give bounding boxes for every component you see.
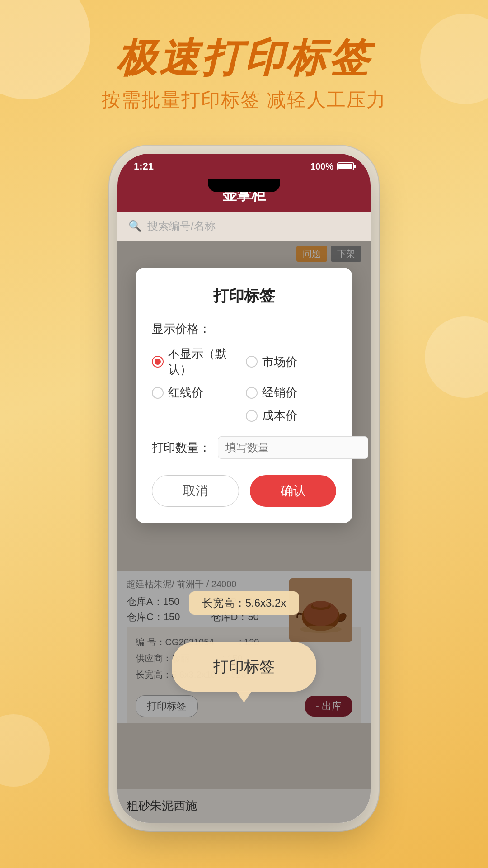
radio-label-no-show: 不显示（默认）: [168, 346, 242, 377]
radio-item-redline[interactable]: 红线价: [152, 385, 242, 401]
tooltip-bubble[interactable]: 打印标签: [172, 642, 316, 692]
radio-circle-redline: [152, 387, 164, 399]
radio-label-market: 市场价: [262, 354, 297, 370]
radio-label-dealer: 经销价: [262, 385, 297, 401]
tooltip-size-label: 长宽高：5.6x3.2x: [189, 591, 299, 615]
print-label-dialog: 打印标签 显示价格： 不显示（默认） 市场价: [136, 268, 352, 523]
phone-content: 1:21 100% 壶掌柜 🔍 搜索编号/名称 问题 下架: [117, 154, 371, 823]
radio-circle-no-show: [152, 356, 164, 368]
print-count-row: 打印数量： 全部库存: [152, 436, 336, 459]
battery-text: 100%: [310, 161, 333, 172]
price-section-label: 显示价格：: [152, 321, 336, 337]
bg-circle-bottom-left: [0, 714, 50, 787]
search-placeholder: 搜索编号/名称: [147, 219, 216, 233]
battery-fill: [338, 164, 352, 169]
cancel-button[interactable]: 取消: [152, 475, 239, 507]
battery-icon: [337, 162, 354, 170]
phone-mockup: 1:21 100% 壶掌柜 🔍 搜索编号/名称 问题 下架: [117, 154, 371, 823]
radio-item-dealer[interactable]: 经销价: [246, 385, 336, 401]
header-area: 极速打印标签 按需批量打印标签 减轻人工压力: [0, 36, 488, 113]
radio-item-no-show[interactable]: 不显示（默认）: [152, 346, 242, 377]
dialog-title: 打印标签: [152, 286, 336, 307]
print-count-input[interactable]: [218, 436, 368, 459]
print-count-label: 打印数量：: [152, 440, 211, 456]
radio-circle-cost: [246, 410, 258, 422]
radio-circle-market: [246, 356, 258, 368]
phone-notch: [208, 179, 280, 192]
confirm-button[interactable]: 确认: [250, 475, 336, 507]
modal-overlay: 打印标签 显示价格： 不显示（默认） 市场价: [117, 241, 371, 823]
search-bar[interactable]: 🔍 搜索编号/名称: [117, 212, 371, 241]
price-radio-group: 不显示（默认） 市场价 红线价: [152, 346, 336, 424]
status-right: 100%: [310, 161, 354, 172]
status-bar: 1:21 100%: [117, 154, 371, 179]
radio-label-cost: 成本价: [262, 408, 297, 424]
radio-circle-dealer: [246, 387, 258, 399]
radio-item-cost[interactable]: 成本价: [246, 408, 336, 424]
tooltip-button-label: 打印标签: [213, 656, 275, 677]
product-list-area: 问题 下架 打印标签 显示价格： 不显示（默认）: [117, 241, 371, 823]
bg-circle-mid-right: [425, 316, 488, 398]
header-subtitle: 按需批量打印标签 减轻人工压力: [0, 87, 488, 113]
status-time: 1:21: [134, 160, 154, 172]
radio-item-market[interactable]: 市场价: [246, 346, 336, 377]
dialog-buttons: 取消 确认: [152, 475, 336, 507]
search-icon: 🔍: [128, 220, 142, 232]
header-title: 极速打印标签: [0, 36, 488, 80]
radio-label-redline: 红线价: [168, 385, 203, 401]
